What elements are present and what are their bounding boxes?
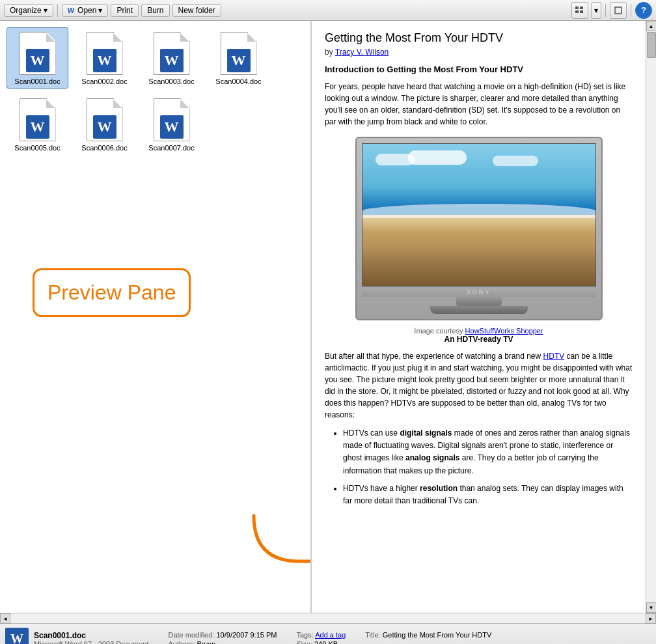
status-title-line: Title: Getting the Most From Your HDTV <box>365 631 491 639</box>
file-item-scan0001[interactable]: W Scan0001.doc <box>7 27 68 89</box>
file-name-scan0006: Scan0006.doc <box>81 144 127 152</box>
bold-resolution: resolution <box>420 484 458 493</box>
bullet-item-1: HDTVs can use digital signals made of on… <box>343 427 633 477</box>
word-w-icon-scan0003: W <box>160 49 184 72</box>
organize-label: Organize <box>10 6 42 15</box>
file-browser: W Scan0001.doc W Scan0002.doc W Scan0003… <box>0 21 311 613</box>
tv-base <box>430 306 528 314</box>
status-filetype: Microsoft Word 97 - 2003 Document <box>34 640 148 645</box>
maximize-button[interactable] <box>610 2 627 19</box>
file-name-scan0002: Scan0002.doc <box>81 77 127 85</box>
preview-author-line: by Tracy V. Wilson <box>325 48 633 57</box>
status-date-col: Date modified: 10/9/2007 9:15 PM Authors… <box>168 631 277 645</box>
file-item-scan0005[interactable]: W Scan0005.doc <box>7 94 68 155</box>
toolbar: Organize ▾ W Open ▾ Print Burn New folde… <box>0 0 656 21</box>
main-area: W Scan0001.doc W Scan0002.doc W Scan0003… <box>0 21 656 613</box>
preview-author-link[interactable]: Tracy V. Wilson <box>335 48 389 57</box>
open-label: Open <box>77 6 96 15</box>
file-item-scan0007[interactable]: W Scan0007.doc <box>141 94 202 155</box>
bold-digital-signals: digital signals <box>400 428 452 438</box>
word-w-icon-scan0001: W <box>26 49 49 72</box>
file-icon-scan0001: W <box>17 31 59 76</box>
status-tags-col: Tags: Add a tag Size: 240 KB <box>296 631 346 645</box>
scroll-track <box>646 31 657 602</box>
cloud3 <box>493 156 538 166</box>
status-file-info: Scan0001.doc Microsoft Word 97 - 2003 Do… <box>34 631 148 645</box>
organize-button[interactable]: Organize ▾ <box>4 4 53 17</box>
file-name-scan0007: Scan0007.doc <box>148 144 194 152</box>
preview-pane-annotation: Preview Pane <box>33 268 247 317</box>
caption-link[interactable]: HowStuffWorks Shopper <box>465 327 543 335</box>
burn-label: Burn <box>147 6 163 15</box>
preview-author-prefix: by <box>325 48 335 57</box>
file-item-scan0003[interactable]: W Scan0003.doc <box>141 27 202 89</box>
preview-pane[interactable]: Getting the Most From Your HDTV by Tracy… <box>311 21 646 613</box>
help-button[interactable]: ? <box>635 2 652 19</box>
burn-button[interactable]: Burn <box>141 4 169 17</box>
view-dropdown-button[interactable]: ▾ <box>591 2 601 19</box>
svg-rect-1 <box>580 7 583 9</box>
open-button[interactable]: W Open ▾ <box>62 4 109 17</box>
hdtv-link[interactable]: HDTV <box>543 352 565 361</box>
preview-label-box: Preview Pane <box>33 268 191 317</box>
status-date-label: Date modified: 10/9/2007 9:15 PM <box>168 631 277 639</box>
file-name-scan0003: Scan0003.doc <box>148 77 194 85</box>
preview-tv-container: SONY <box>325 137 633 320</box>
file-item-scan0002[interactable]: W Scan0002.doc <box>74 27 135 89</box>
file-icon-scan0007: W <box>151 97 193 143</box>
status-bar: W Scan0001.doc Microsoft Word 97 - 2003 … <box>0 623 656 644</box>
file-icon-scan0005: W <box>17 97 59 143</box>
file-name-scan0001: Scan0001.doc <box>14 77 60 85</box>
status-date-value: 10/9/2007 9:15 PM <box>216 631 277 639</box>
bullet-item-2: HDTVs have a higher resolution than anal… <box>343 483 633 507</box>
new-folder-button[interactable]: New folder <box>172 4 221 17</box>
horizontal-scrollbar: ◄ ► <box>0 613 656 623</box>
status-tags-value[interactable]: Add a tag <box>315 631 346 639</box>
print-label: Print <box>116 6 133 15</box>
file-icon-scan0003: W <box>151 31 193 76</box>
status-metadata: Date modified: 10/9/2007 9:15 PM Authors… <box>168 631 651 645</box>
toolbar-sep2 <box>605 4 606 17</box>
scroll-left-button[interactable]: ◄ <box>0 613 10 624</box>
word-w-icon-scan0007: W <box>160 115 184 139</box>
preview-image-caption-bold: An HDTV-ready TV <box>325 335 633 344</box>
word-w-icon-scan0002: W <box>93 49 116 72</box>
print-button[interactable]: Print <box>111 4 139 17</box>
preview-scrollbar: ▲ ▼ <box>646 21 656 613</box>
wave-foam <box>362 204 595 218</box>
scroll-up-button[interactable]: ▲ <box>646 21 657 31</box>
status-size-line: Size: 240 KB <box>296 640 346 645</box>
scroll-right-button[interactable]: ► <box>646 613 656 624</box>
file-icon-scan0004: W <box>218 31 260 76</box>
preview-bullets: HDTVs can use digital signals made of on… <box>325 427 633 507</box>
preview-intro-text: For years, people have heard that watchi… <box>325 81 633 128</box>
status-word-icon: W <box>5 628 29 645</box>
file-grid: W Scan0001.doc W Scan0002.doc W Scan0003… <box>7 27 304 155</box>
word-w-icon-scan0005: W <box>26 115 49 139</box>
tv-stand <box>456 297 502 306</box>
svg-rect-4 <box>615 7 622 14</box>
preview-pane-container: Getting the Most From Your HDTV by Tracy… <box>311 21 656 613</box>
file-item-scan0006[interactable]: W Scan0006.doc <box>74 94 135 155</box>
preview-arrow-icon <box>52 477 311 607</box>
tv-screen <box>362 143 596 287</box>
status-title-value: Getting the Most From Your HDTV <box>383 631 492 639</box>
file-icon-scan0002: W <box>84 31 126 76</box>
file-item-scan0004[interactable]: W Scan0004.doc <box>208 27 269 89</box>
organize-chevron-icon: ▾ <box>44 6 48 15</box>
svg-rect-0 <box>575 7 579 9</box>
preview-body2: But after all that hype, the experience … <box>325 350 633 421</box>
svg-rect-3 <box>580 10 583 13</box>
file-name-scan0005: Scan0005.doc <box>14 144 60 152</box>
bold-analog-signals: analog signals <box>405 453 459 462</box>
view-options-button[interactable] <box>571 2 588 19</box>
file-name-scan0004: Scan0004.doc <box>215 77 261 85</box>
tv-outer-frame: SONY <box>355 137 603 320</box>
caption-prefix: Image courtesy <box>414 327 465 335</box>
cloud2 <box>408 150 467 165</box>
scroll-down-button[interactable]: ▼ <box>646 602 657 613</box>
status-size-value: 240 KB <box>314 640 338 645</box>
svg-rect-2 <box>575 10 579 13</box>
tv-brand-label: SONY <box>467 289 491 296</box>
scroll-thumb[interactable] <box>647 32 656 58</box>
